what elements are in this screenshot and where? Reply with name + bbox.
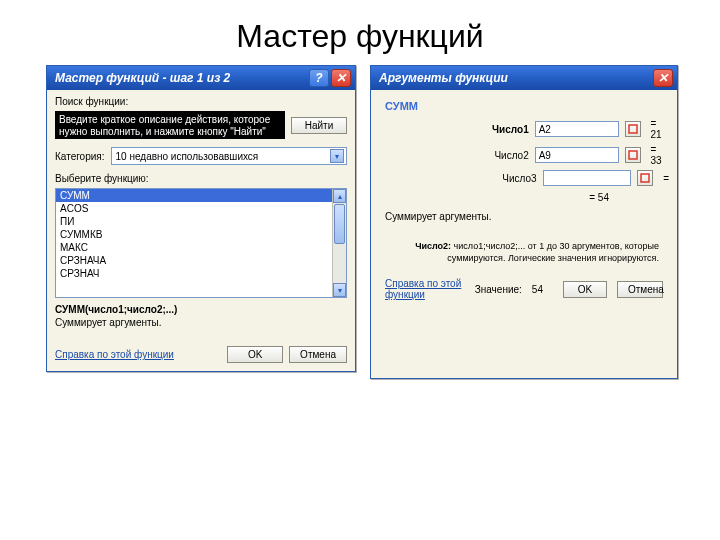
list-item[interactable]: СРЗНАЧ (56, 267, 346, 280)
range-selector-icon[interactable] (637, 170, 653, 186)
function-wizard-dialog: Мастер функций - шаг 1 из 2 ? ✕ Поиск фу… (46, 65, 356, 372)
range-selector-icon[interactable] (625, 121, 640, 137)
svg-rect-0 (629, 125, 637, 133)
arg-input[interactable]: A2 (535, 121, 620, 137)
arg-label: Число3 (379, 173, 537, 184)
arg-row: Число1 A2 = 21 (379, 118, 669, 140)
function-signature: СУММ(число1;число2;...) (55, 304, 347, 315)
argument-doc: Число2: число1;число2;... от 1 до 30 арг… (379, 240, 669, 264)
list-item[interactable]: СУММ (56, 189, 346, 202)
result-value: 54 (532, 284, 543, 295)
svg-rect-1 (629, 151, 637, 159)
scroll-up-icon[interactable]: ▴ (333, 189, 346, 203)
category-label: Категория: (55, 151, 105, 162)
function-help-text: Суммирует аргументы. (385, 211, 669, 222)
list-item[interactable]: СУММКВ (56, 228, 346, 241)
arg-row: Число2 A9 = 33 (379, 144, 669, 166)
arg-result: = 21 (651, 118, 669, 140)
titlebar-text: Мастер функций - шаг 1 из 2 (55, 71, 230, 85)
titlebar: Аргументы функции ✕ (371, 66, 677, 90)
select-function-label: Выберите функцию: (55, 173, 347, 184)
search-label: Поиск функции: (55, 96, 347, 107)
function-description: Суммирует аргументы. (55, 317, 347, 328)
scroll-down-icon[interactable]: ▾ (333, 283, 346, 297)
scrollbar[interactable]: ▴ ▾ (332, 189, 346, 297)
function-arguments-dialog: Аргументы функции ✕ СУММ Число1 A2 = 21 … (370, 65, 678, 379)
function-name: СУММ (379, 96, 669, 114)
chevron-down-icon[interactable]: ▾ (330, 149, 344, 163)
arg-label: Число1 (379, 124, 529, 135)
category-combo[interactable]: 10 недавно использовавшихся ▾ (111, 147, 347, 165)
titlebar: Мастер функций - шаг 1 из 2 ? ✕ (47, 66, 355, 90)
cancel-button[interactable]: Отмена (617, 281, 663, 298)
function-listbox[interactable]: СУММ ACOS ПИ СУММКВ МАКС СРЗНАЧА СРЗНАЧ … (55, 188, 347, 298)
result-label: Значение: (475, 284, 522, 295)
find-button[interactable]: Найти (291, 117, 347, 134)
list-item[interactable]: СРЗНАЧА (56, 254, 346, 267)
search-input[interactable]: Введите краткое описание действия, котор… (55, 111, 285, 139)
arg-input[interactable]: A9 (535, 147, 620, 163)
list-item[interactable]: ПИ (56, 215, 346, 228)
titlebar-text: Аргументы функции (379, 71, 508, 85)
scrollbar-thumb[interactable] (334, 204, 345, 244)
list-item[interactable]: ACOS (56, 202, 346, 215)
arg-row: Число3 = (379, 170, 669, 186)
ok-button[interactable]: OK (563, 281, 607, 298)
help-link[interactable]: Справка по этой функции (55, 349, 174, 360)
help-button[interactable]: ? (309, 69, 329, 87)
formula-result: = 54 (379, 192, 669, 203)
close-button[interactable]: ✕ (331, 69, 351, 87)
arg-result: = 33 (651, 144, 669, 166)
svg-rect-2 (641, 174, 649, 182)
page-title: Мастер функций (0, 0, 720, 65)
arg-input[interactable] (543, 170, 632, 186)
close-button[interactable]: ✕ (653, 69, 673, 87)
ok-button[interactable]: OK (227, 346, 283, 363)
cancel-button[interactable]: Отмена (289, 346, 347, 363)
range-selector-icon[interactable] (625, 147, 640, 163)
arg-label: Число2 (379, 150, 529, 161)
arg-result: = (663, 173, 669, 184)
list-item[interactable]: МАКС (56, 241, 346, 254)
category-value: 10 недавно использовавшихся (116, 151, 330, 162)
help-link[interactable]: Справка по этой функции (385, 278, 465, 300)
